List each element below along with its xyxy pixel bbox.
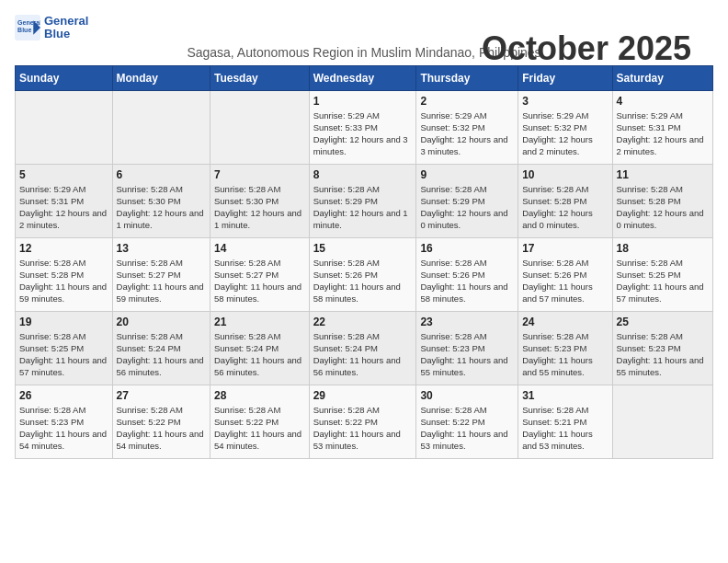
day-detail: Sunrise: 5:29 AMSunset: 5:32 PMDaylight:… [420, 109, 514, 158]
page-title: October 2025 [482, 29, 691, 68]
header-sunday: Sunday [16, 65, 113, 90]
day-detail: Sunrise: 5:28 AMSunset: 5:25 PMDaylight:… [19, 330, 108, 379]
table-row: 4Sunrise: 5:29 AMSunset: 5:31 PMDaylight… [612, 90, 712, 164]
header-monday: Monday [112, 65, 210, 90]
table-row: 31Sunrise: 5:28 AMSunset: 5:21 PMDayligh… [518, 385, 612, 458]
table-row: 2Sunrise: 5:29 AMSunset: 5:32 PMDaylight… [416, 90, 518, 164]
day-detail: Sunrise: 5:28 AMSunset: 5:24 PMDaylight:… [214, 330, 305, 379]
day-number: 20 [117, 316, 206, 328]
table-row: 19Sunrise: 5:28 AMSunset: 5:25 PMDayligh… [16, 311, 113, 385]
table-row: 1Sunrise: 5:29 AMSunset: 5:33 PMDaylight… [309, 90, 416, 164]
day-number: 19 [19, 316, 108, 328]
table-row [612, 385, 712, 458]
day-number: 12 [19, 242, 108, 255]
calendar-week-row: 19Sunrise: 5:28 AMSunset: 5:25 PMDayligh… [16, 311, 713, 385]
table-row: 8Sunrise: 5:28 AMSunset: 5:29 PMDaylight… [309, 164, 416, 237]
table-row: 25Sunrise: 5:28 AMSunset: 5:23 PMDayligh… [612, 311, 712, 385]
day-detail: Sunrise: 5:28 AMSunset: 5:26 PMDaylight:… [522, 257, 608, 305]
table-row: 17Sunrise: 5:28 AMSunset: 5:26 PMDayligh… [518, 237, 612, 311]
day-number: 28 [214, 389, 305, 402]
table-row: 7Sunrise: 5:28 AMSunset: 5:30 PMDaylight… [210, 164, 310, 237]
day-number: 13 [117, 242, 206, 255]
table-row: 10Sunrise: 5:28 AMSunset: 5:28 PMDayligh… [518, 164, 612, 237]
calendar-table: Sunday Monday Tuesday Wednesday Thursday… [15, 65, 713, 459]
day-detail: Sunrise: 5:28 AMSunset: 5:24 PMDaylight:… [313, 330, 413, 379]
table-row: 3Sunrise: 5:29 AMSunset: 5:32 PMDaylight… [518, 90, 612, 164]
table-row: 5Sunrise: 5:29 AMSunset: 5:31 PMDaylight… [16, 164, 113, 237]
day-number: 16 [420, 242, 514, 255]
day-detail: Sunrise: 5:29 AMSunset: 5:32 PMDaylight:… [522, 109, 608, 158]
table-row: 16Sunrise: 5:28 AMSunset: 5:26 PMDayligh… [416, 237, 518, 311]
calendar-week-row: 1Sunrise: 5:29 AMSunset: 5:33 PMDaylight… [16, 90, 713, 164]
day-detail: Sunrise: 5:28 AMSunset: 5:24 PMDaylight:… [117, 330, 206, 379]
table-row [210, 90, 310, 164]
table-row: 30Sunrise: 5:28 AMSunset: 5:22 PMDayligh… [416, 385, 518, 458]
table-row: 6Sunrise: 5:28 AMSunset: 5:30 PMDaylight… [112, 164, 210, 237]
table-row: 29Sunrise: 5:28 AMSunset: 5:22 PMDayligh… [309, 385, 416, 458]
day-number: 29 [313, 389, 413, 402]
table-row: 26Sunrise: 5:28 AMSunset: 5:23 PMDayligh… [16, 385, 113, 458]
day-detail: Sunrise: 5:28 AMSunset: 5:25 PMDaylight:… [617, 257, 709, 305]
table-row [112, 90, 210, 164]
day-number: 22 [313, 316, 413, 328]
table-row: 22Sunrise: 5:28 AMSunset: 5:24 PMDayligh… [309, 311, 416, 385]
header-saturday: Saturday [612, 65, 712, 90]
day-detail: Sunrise: 5:28 AMSunset: 5:28 PMDaylight:… [19, 257, 108, 305]
header-thursday: Thursday [416, 65, 518, 90]
day-number: 3 [522, 95, 608, 108]
day-detail: Sunrise: 5:28 AMSunset: 5:23 PMDaylight:… [420, 330, 514, 379]
day-number: 31 [522, 389, 608, 402]
header-friday: Friday [518, 65, 612, 90]
day-detail: Sunrise: 5:28 AMSunset: 5:23 PMDaylight:… [19, 404, 108, 453]
table-row: 24Sunrise: 5:28 AMSunset: 5:23 PMDayligh… [518, 311, 612, 385]
day-detail: Sunrise: 5:28 AMSunset: 5:22 PMDaylight:… [420, 404, 514, 453]
day-number: 9 [420, 168, 514, 181]
table-row: 23Sunrise: 5:28 AMSunset: 5:23 PMDayligh… [416, 311, 518, 385]
day-detail: Sunrise: 5:28 AMSunset: 5:29 PMDaylight:… [420, 183, 514, 232]
header-tuesday: Tuesday [210, 65, 310, 90]
day-detail: Sunrise: 5:29 AMSunset: 5:33 PMDaylight:… [313, 109, 413, 158]
table-row: 15Sunrise: 5:28 AMSunset: 5:26 PMDayligh… [309, 237, 416, 311]
day-number: 24 [522, 316, 608, 328]
table-row: 11Sunrise: 5:28 AMSunset: 5:28 PMDayligh… [612, 164, 712, 237]
table-row: 12Sunrise: 5:28 AMSunset: 5:28 PMDayligh… [16, 237, 113, 311]
day-detail: Sunrise: 5:28 AMSunset: 5:26 PMDaylight:… [313, 257, 413, 305]
day-number: 1 [313, 95, 413, 108]
day-number: 7 [214, 168, 305, 181]
logo-icon: General Blue [15, 15, 40, 40]
day-detail: Sunrise: 5:29 AMSunset: 5:31 PMDaylight:… [19, 183, 108, 232]
day-number: 25 [617, 316, 709, 328]
day-detail: Sunrise: 5:28 AMSunset: 5:29 PMDaylight:… [313, 183, 413, 232]
day-detail: Sunrise: 5:28 AMSunset: 5:27 PMDaylight:… [214, 257, 305, 305]
table-row: 20Sunrise: 5:28 AMSunset: 5:24 PMDayligh… [112, 311, 210, 385]
day-number: 2 [420, 95, 514, 108]
day-number: 30 [420, 389, 514, 402]
table-row: 18Sunrise: 5:28 AMSunset: 5:25 PMDayligh… [612, 237, 712, 311]
day-detail: Sunrise: 5:28 AMSunset: 5:28 PMDaylight:… [522, 183, 608, 232]
table-row: 21Sunrise: 5:28 AMSunset: 5:24 PMDayligh… [210, 311, 310, 385]
day-number: 11 [617, 168, 709, 181]
day-detail: Sunrise: 5:28 AMSunset: 5:22 PMDaylight:… [117, 404, 206, 453]
day-detail: Sunrise: 5:28 AMSunset: 5:23 PMDaylight:… [522, 330, 608, 379]
day-detail: Sunrise: 5:28 AMSunset: 5:22 PMDaylight:… [313, 404, 413, 453]
svg-text:Blue: Blue [17, 27, 31, 33]
day-number: 27 [117, 389, 206, 402]
day-number: 23 [420, 316, 514, 328]
day-detail: Sunrise: 5:28 AMSunset: 5:30 PMDaylight:… [117, 183, 206, 232]
calendar-week-row: 12Sunrise: 5:28 AMSunset: 5:28 PMDayligh… [16, 237, 713, 311]
table-row: 28Sunrise: 5:28 AMSunset: 5:22 PMDayligh… [210, 385, 310, 458]
calendar-header-row: Sunday Monday Tuesday Wednesday Thursday… [16, 65, 713, 90]
day-number: 10 [522, 168, 608, 181]
day-detail: Sunrise: 5:28 AMSunset: 5:27 PMDaylight:… [117, 257, 206, 305]
day-detail: Sunrise: 5:28 AMSunset: 5:22 PMDaylight:… [214, 404, 305, 453]
logo-text: General Blue [44, 15, 88, 41]
title-area: October 2025 [482, 29, 691, 68]
calendar-week-row: 5Sunrise: 5:29 AMSunset: 5:31 PMDaylight… [16, 164, 713, 237]
day-detail: Sunrise: 5:28 AMSunset: 5:30 PMDaylight:… [214, 183, 305, 232]
day-number: 21 [214, 316, 305, 328]
day-number: 26 [19, 389, 108, 402]
day-number: 14 [214, 242, 305, 255]
day-number: 8 [313, 168, 413, 181]
day-detail: Sunrise: 5:28 AMSunset: 5:21 PMDaylight:… [522, 404, 608, 453]
day-number: 6 [117, 168, 206, 181]
